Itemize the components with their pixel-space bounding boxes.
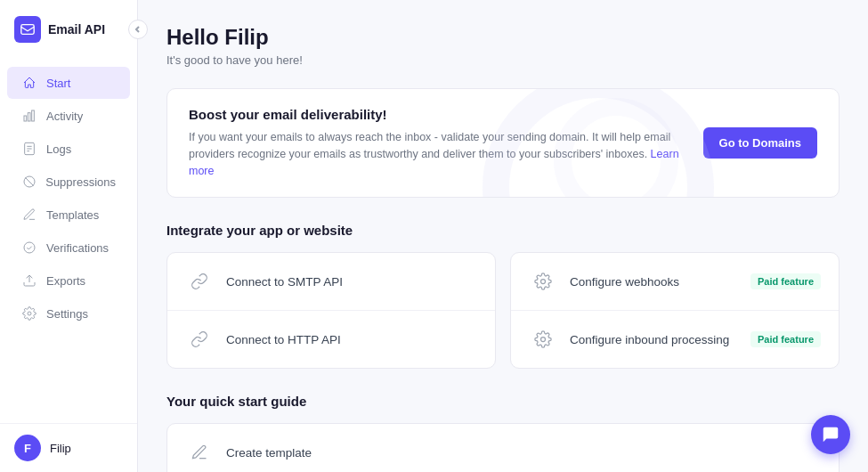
file-text-icon	[21, 141, 37, 157]
svg-rect-2	[28, 113, 30, 121]
sidebar-item-exports-label: Exports	[46, 274, 85, 288]
quickstart-card: Create template Verify domain	[166, 423, 840, 472]
svg-point-13	[541, 280, 546, 284]
svg-rect-3	[32, 110, 35, 121]
inbound-label: Configure inbound processing	[570, 333, 738, 346]
sidebar-item-start[interactable]: Start	[7, 67, 130, 99]
svg-line-9	[25, 177, 33, 185]
check-circle-icon	[21, 240, 37, 256]
smtp-http-card: Connect to SMTP API Connect to HTTP API	[166, 252, 496, 369]
sidebar-item-suppressions-label: Suppressions	[45, 175, 116, 189]
svg-rect-0	[21, 25, 34, 35]
create-template-item[interactable]: Create template	[167, 424, 839, 472]
sidebar-item-verifications[interactable]: Verifications	[7, 232, 130, 264]
sidebar-item-verifications-label: Verifications	[46, 241, 109, 255]
svg-point-14	[541, 338, 546, 342]
chat-bubble-button[interactable]	[811, 415, 850, 454]
boost-title: Boost your email deliverability!	[189, 107, 682, 122]
svg-rect-1	[24, 116, 27, 121]
sidebar-item-templates-label: Templates	[46, 208, 99, 222]
sidebar-item-settings-label: Settings	[46, 307, 88, 321]
sidebar-item-suppressions[interactable]: Suppressions	[7, 166, 130, 198]
sidebar-item-activity[interactable]: Activity	[7, 100, 130, 132]
upload-icon	[21, 273, 37, 289]
gear-icon-webhooks	[529, 267, 557, 296]
avatar: F	[14, 435, 41, 461]
page-greeting: Hello Filip	[166, 25, 840, 50]
webhooks-label: Configure webhooks	[570, 275, 738, 289]
pencil-icon	[185, 438, 214, 467]
inbound-paid-badge: Paid feature	[750, 331, 821, 347]
svg-point-12	[28, 312, 31, 315]
sidebar-item-logs-label: Logs	[46, 142, 71, 156]
gear-icon-inbound	[529, 325, 557, 354]
sidebar-item-start-label: Start	[46, 77, 70, 90]
go-to-domains-button[interactable]: Go to Domains	[703, 127, 817, 159]
edit-icon	[21, 207, 37, 223]
settings-icon	[21, 305, 37, 321]
slash-icon	[21, 174, 37, 190]
webhooks-inbound-card: Configure webhooks Paid feature Configur…	[510, 252, 840, 369]
svg-point-10	[24, 242, 35, 253]
configure-webhooks-item[interactable]: Configure webhooks Paid feature	[511, 253, 839, 311]
quickstart-section-title: Your quick start guide	[166, 394, 840, 409]
boost-description: If you want your emails to always reach …	[189, 129, 682, 179]
user-profile[interactable]: F Filip	[0, 423, 137, 472]
inbound-processing-item[interactable]: Configure inbound processing Paid featur…	[511, 311, 839, 368]
integration-cards: Connect to SMTP API Connect to HTTP API …	[166, 252, 840, 369]
http-api-label: Connect to HTTP API	[226, 333, 477, 346]
sidebar-item-activity-label: Activity	[46, 110, 83, 123]
create-template-label: Create template	[226, 446, 821, 460]
link-icon-smtp	[185, 267, 214, 296]
page-subtitle: It's good to have you here!	[166, 53, 840, 67]
app-name: Email API	[48, 22, 105, 37]
user-name: Filip	[50, 442, 71, 455]
boost-content: Boost your email deliverability! If you …	[189, 107, 682, 179]
sidebar-nav: Start Activity Logs Suppressions	[0, 59, 137, 423]
sidebar-item-templates[interactable]: Templates	[7, 199, 130, 231]
sidebar-item-exports[interactable]: Exports	[7, 264, 130, 297]
app-logo: Email API	[0, 0, 137, 59]
http-api-item[interactable]: Connect to HTTP API	[167, 311, 495, 368]
boost-banner: Boost your email deliverability! If you …	[166, 88, 840, 198]
sidebar-item-logs[interactable]: Logs	[7, 133, 130, 165]
main-content: Hello Filip It's good to have you here! …	[138, 0, 868, 472]
webhooks-paid-badge: Paid feature	[750, 273, 821, 289]
collapse-button[interactable]	[128, 20, 148, 39]
bar-chart-icon	[21, 108, 37, 124]
link-icon-http	[185, 325, 214, 354]
sidebar: Email API Start Activity Logs	[0, 0, 138, 472]
smtp-api-item[interactable]: Connect to SMTP API	[167, 253, 495, 311]
sidebar-item-settings[interactable]: Settings	[7, 297, 130, 330]
smtp-api-label: Connect to SMTP API	[226, 275, 477, 289]
integrate-section-title: Integrate your app or website	[166, 223, 840, 238]
logo-icon	[14, 16, 41, 43]
home-icon	[21, 75, 37, 91]
